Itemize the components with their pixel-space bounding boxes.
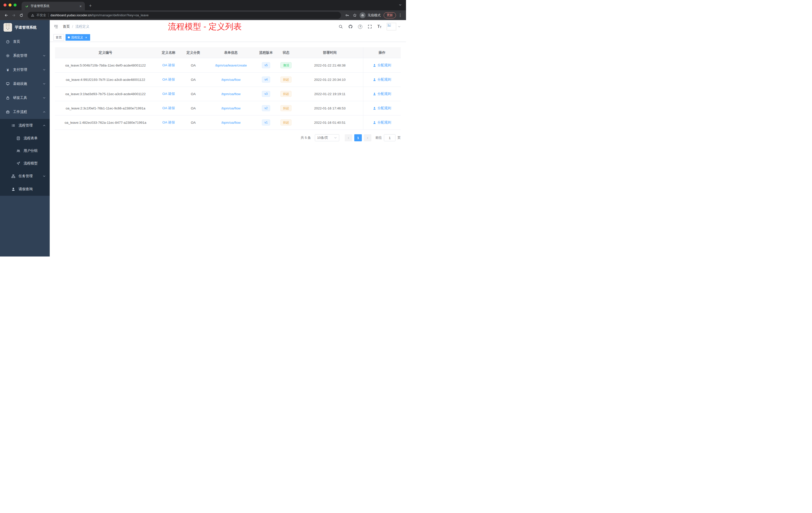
form-icon [16, 136, 20, 140]
incognito-label: 无痕模式 [368, 13, 381, 18]
help-icon[interactable]: ? [358, 25, 362, 29]
breadcrumb-separator: / [72, 25, 73, 29]
bookmark-star-icon[interactable] [351, 11, 358, 19]
lock-icon [6, 96, 10, 100]
prev-page-button[interactable]: ‹ [345, 134, 352, 141]
sidebar-item-devtools[interactable]: 研发工具 [0, 91, 50, 105]
page-content: 定义编号 定义名称 定义分类 表单信息 流程版本 状态 部署时间 操作 oa_l… [50, 42, 406, 256]
version-tag: v1 [262, 119, 270, 125]
back-button[interactable] [2, 11, 10, 19]
current-page-button[interactable]: 1 [354, 134, 362, 141]
definition-name-link[interactable]: OA 请假 [163, 120, 175, 125]
fullscreen-icon[interactable] [368, 24, 372, 29]
password-key-icon[interactable] [344, 11, 351, 19]
sidebar-item-system[interactable]: 系统管理 [0, 49, 50, 63]
breadcrumb-home[interactable]: 首页 [63, 24, 70, 29]
tag-home[interactable]: 首页 [54, 34, 64, 41]
tab-close-icon[interactable]: × [78, 4, 83, 8]
forward-button[interactable] [10, 11, 18, 19]
workflow-submenu: 流程管理 流程表单 用户分组 流程模型 [0, 119, 50, 196]
sidebar-item-workflow[interactable]: 工作流程 [0, 105, 50, 119]
github-icon[interactable] [348, 24, 353, 29]
minimize-window-button[interactable] [8, 3, 11, 6]
status-tag: 激活 [281, 62, 291, 68]
chevron-down-icon [334, 136, 337, 139]
definition-category: OA [191, 78, 196, 82]
definition-id: oa_leave:1:482ec033-762a-11ec-8477-a2380… [64, 121, 146, 124]
avatar [387, 23, 396, 30]
tab-search-chevron-icon[interactable] [399, 3, 402, 7]
page-size-select[interactable]: 10条/页 [315, 134, 339, 141]
definition-name-link[interactable]: OA 请假 [163, 63, 175, 67]
table-row: oa_leave:1:482ec033-762a-11ec-8477-a2380… [55, 116, 401, 130]
sidebar-item-process-model[interactable]: 流程模型 [0, 157, 50, 170]
sidebar-item-infrastructure[interactable]: 基础设施 [0, 77, 50, 91]
browser-menu-icon[interactable]: ⋮ [397, 13, 404, 18]
security-label[interactable]: 不安全 [36, 13, 46, 18]
assign-rule-button[interactable]: 分配规则 [373, 92, 391, 96]
version-tag: v5 [262, 62, 270, 68]
definition-name-link[interactable]: OA 请假 [163, 92, 175, 96]
assign-rule-button[interactable]: 分配规则 [373, 63, 391, 67]
table-header-row: 定义编号 定义名称 定义分类 表单信息 流程版本 状态 部署时间 操作 [55, 47, 401, 58]
browser-tab[interactable]: 芋道管理系统 × [22, 2, 85, 10]
sidebar-item-process-management[interactable]: 流程管理 [0, 119, 50, 132]
column-header-form: 表单信息 [205, 47, 257, 58]
form-link[interactable]: /bpm/oa/flow [222, 92, 241, 96]
goto-page-input[interactable] [384, 134, 396, 141]
deploy-time: 2022-01-22 21:48:38 [314, 63, 346, 67]
chevron-down-icon [43, 68, 46, 71]
form-link[interactable]: /bpm/oa/leave/create [215, 63, 247, 67]
form-link[interactable]: /bpm/oa/flow [222, 107, 241, 110]
definition-category: OA [191, 107, 196, 110]
hamburger-icon[interactable] [54, 24, 58, 29]
chevron-down-icon [43, 96, 46, 99]
deploy-time: 2022-01-22 19:19:11 [314, 92, 345, 96]
browser-toolbar: 不安全 dashboard.yudao.iocoder.cn/bpm/manag… [0, 10, 406, 20]
user-avatar-menu[interactable] [387, 23, 401, 30]
column-header-status: 状态 [276, 47, 296, 58]
form-link[interactable]: /bpm/oa/flow [222, 121, 241, 124]
breadcrumb: 首页 / 流程定义 [63, 24, 89, 29]
zoom-window-button[interactable] [13, 3, 17, 6]
page-url: dashboard.yudao.iocoder.cn/bpm/manager/d… [51, 13, 149, 17]
user-icon [373, 107, 376, 110]
sidebar-item-process-form[interactable]: 流程表单 [0, 132, 50, 145]
yen-icon: ¥ [6, 68, 10, 72]
tag-process-definition[interactable]: 流程定义 × [65, 34, 90, 41]
sidebar-item-leave-query[interactable]: 请假查询 [0, 183, 50, 196]
assign-rule-button[interactable]: 分配规则 [373, 120, 391, 125]
user-icon [11, 187, 15, 191]
definition-category: OA [191, 63, 196, 67]
sidebar-item-payment[interactable]: ¥ 支付管理 [0, 63, 50, 77]
sidebar-item-home[interactable]: 首页 [0, 35, 50, 49]
column-header-actions: 操作 [363, 47, 401, 58]
search-icon[interactable] [339, 24, 343, 29]
new-tab-button[interactable]: + [87, 2, 94, 9]
definition-id: oa_leave:4:991f2193-7b7f-11ec-a3c8-acde4… [66, 78, 145, 82]
definition-name-link[interactable]: OA 请假 [163, 77, 175, 82]
address-bar[interactable]: 不安全 dashboard.yudao.iocoder.cn/bpm/manag… [28, 12, 341, 19]
reload-button[interactable] [18, 11, 25, 19]
sidebar-item-task-management[interactable]: 任务管理 [0, 170, 50, 183]
pagination: 共 5 条 10条/页 ‹ 1 › 前往 页 [55, 134, 401, 141]
gear-icon [6, 54, 10, 58]
definition-table: 定义编号 定义名称 定义分类 表单信息 流程版本 状态 部署时间 操作 oa_l… [55, 47, 401, 130]
font-size-icon[interactable]: TT [377, 25, 381, 29]
sidebar-item-user-group[interactable]: 用户分组 [0, 145, 50, 157]
tree-icon [11, 174, 15, 178]
close-window-button[interactable] [3, 3, 6, 6]
definition-name-link[interactable]: OA 请假 [163, 106, 175, 111]
tab-title: 芋道管理系统 [31, 4, 76, 8]
deploy-time: 2022-01-22 20:34:10 [314, 78, 346, 82]
assign-rule-button[interactable]: 分配规则 [373, 77, 391, 82]
form-link[interactable]: /bpm/oa/flow [222, 78, 241, 82]
not-secure-warning-icon [31, 13, 34, 17]
app-logo-avatar [3, 23, 12, 32]
assign-rule-button[interactable]: 分配规则 [373, 106, 391, 111]
chevron-down-icon [43, 54, 46, 57]
next-page-button[interactable]: › [364, 134, 371, 141]
tag-close-icon[interactable]: × [84, 36, 88, 39]
chevron-up-icon [43, 124, 46, 127]
browser-update-button[interactable]: 更新 [384, 12, 396, 18]
